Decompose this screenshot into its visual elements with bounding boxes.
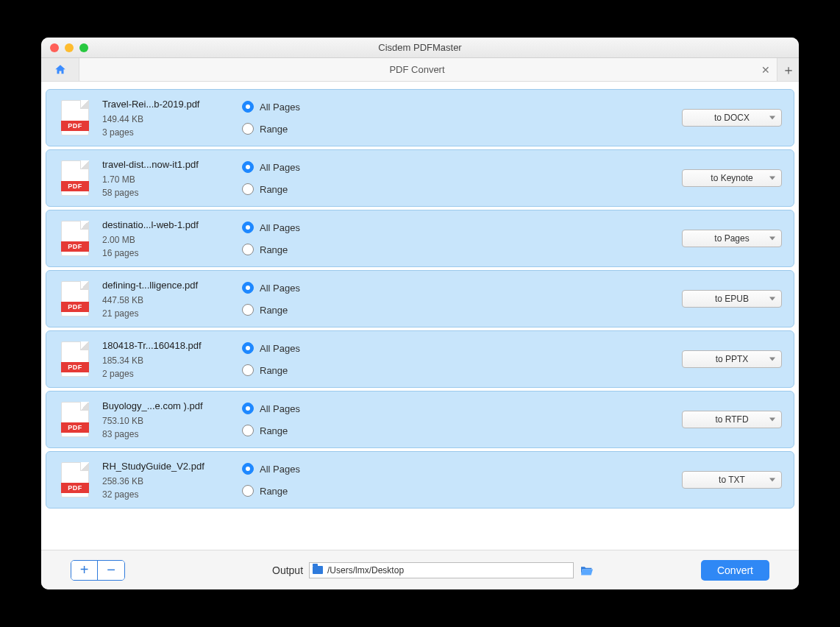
all-pages-radio[interactable]: All Pages [242, 222, 300, 233]
radio-indicator [242, 123, 254, 135]
range-radio[interactable]: Range [242, 183, 300, 195]
range-radio[interactable]: Range [242, 123, 300, 135]
all-pages-radio[interactable]: All Pages [242, 403, 300, 414]
file-size: 258.36 KB [102, 476, 235, 486]
file-name: Travel-Rei...b-2019.pdf [102, 99, 235, 110]
radio-label: All Pages [260, 283, 300, 294]
file-row[interactable]: PDF defining-t...lligence.pdf 447.58 KB … [46, 270, 794, 327]
page-range-group: All Pages Range [242, 161, 300, 195]
page-range-group: All Pages Range [242, 282, 300, 316]
pdf-badge: PDF [61, 422, 89, 433]
file-size: 753.10 KB [102, 416, 235, 426]
file-pages: 83 pages [102, 429, 235, 439]
file-info: travel-dist...now-it1.pdf 1.70 MB 58 pag… [102, 159, 235, 198]
radio-indicator [242, 304, 254, 316]
file-pages: 3 pages [102, 127, 235, 138]
radio-indicator [242, 364, 254, 376]
file-name: 180418-Tr...160418.pdf [102, 340, 235, 351]
page-range-group: All Pages Range [242, 342, 300, 376]
file-name: RH_StudyGuide_V2.pdf [102, 461, 235, 472]
add-file-button[interactable]: + [71, 561, 98, 580]
all-pages-radio[interactable]: All Pages [242, 463, 300, 475]
output-format-select[interactable]: to Keynote [682, 169, 782, 187]
file-name: destinatio...l-web-1.pdf [102, 219, 235, 230]
output-format-select[interactable]: to PPTX [682, 350, 782, 368]
pdf-icon: PDF [61, 221, 89, 256]
pdf-icon: PDF [61, 281, 89, 316]
tab-title: PDF Convert [79, 64, 755, 75]
file-size: 149.44 KB [102, 114, 235, 124]
file-row[interactable]: PDF travel-dist...now-it1.pdf 1.70 MB 58… [46, 149, 794, 207]
file-info: 180418-Tr...160418.pdf 185.34 KB 2 pages [102, 340, 235, 379]
file-info: RH_StudyGuide_V2.pdf 258.36 KB 32 pages [102, 461, 235, 500]
all-pages-radio[interactable]: All Pages [242, 101, 300, 113]
pdf-badge: PDF [61, 121, 89, 131]
pdf-icon: PDF [61, 100, 89, 135]
radio-label: Range [260, 305, 288, 316]
format-value: to PPTX [716, 354, 749, 364]
radio-label: All Pages [260, 102, 300, 113]
file-pages: 32 pages [102, 489, 235, 500]
add-tab-button[interactable]: ＋ [777, 58, 799, 81]
file-pages: 58 pages [102, 188, 235, 198]
format-value: to EPUB [715, 294, 749, 304]
file-row[interactable]: PDF 180418-Tr...160418.pdf 185.34 KB 2 p… [46, 330, 794, 388]
range-radio[interactable]: Range [242, 304, 300, 316]
file-row[interactable]: PDF destinatio...l-web-1.pdf 2.00 MB 16 … [46, 210, 794, 267]
range-radio[interactable]: Range [242, 485, 300, 497]
radio-label: Range [260, 244, 288, 255]
radio-indicator [242, 485, 254, 497]
file-info: defining-t...lligence.pdf 447.58 KB 21 p… [102, 280, 235, 319]
pdf-badge: PDF [61, 181, 89, 191]
file-pages: 21 pages [102, 308, 235, 319]
browse-output-button[interactable] [580, 564, 594, 576]
home-icon [53, 63, 68, 77]
all-pages-radio[interactable]: All Pages [242, 161, 300, 173]
file-row[interactable]: PDF Buyology_...e.com ).pdf 753.10 KB 83… [46, 391, 794, 448]
radio-label: All Pages [260, 162, 300, 173]
output-format-select[interactable]: to DOCX [682, 109, 782, 127]
all-pages-radio[interactable]: All Pages [242, 282, 300, 294]
pdf-badge: PDF [61, 483, 89, 493]
radio-indicator [242, 425, 254, 436]
all-pages-radio[interactable]: All Pages [242, 342, 300, 354]
output-format-select[interactable]: to TXT [682, 471, 782, 489]
file-pages: 2 pages [102, 369, 235, 379]
close-tab-button[interactable]: ✕ [755, 64, 777, 76]
remove-file-button[interactable]: − [98, 561, 124, 580]
minimize-window-button[interactable] [65, 43, 74, 52]
output-path-field[interactable]: /Users/lmx/Desktop [309, 562, 574, 578]
radio-label: All Pages [260, 343, 300, 354]
app-window: Cisdem PDFMaster PDF Convert ✕ ＋ PDF Tra… [41, 38, 799, 589]
file-info: Travel-Rei...b-2019.pdf 149.44 KB 3 page… [102, 99, 235, 138]
page-range-group: All Pages Range [242, 101, 300, 135]
file-info: Buyology_...e.com ).pdf 753.10 KB 83 pag… [102, 400, 235, 439]
range-radio[interactable]: Range [242, 364, 300, 376]
footer: + − Output /Users/lmx/Desktop Convert [41, 550, 799, 589]
close-window-button[interactable] [50, 43, 59, 52]
file-row[interactable]: PDF Travel-Rei...b-2019.pdf 149.44 KB 3 … [46, 89, 794, 146]
file-size: 2.00 MB [102, 235, 235, 245]
range-radio[interactable]: Range [242, 425, 300, 436]
format-value: to DOCX [714, 113, 750, 123]
output-format-select[interactable]: to EPUB [682, 290, 782, 308]
format-value: to Pages [714, 233, 749, 244]
radio-label: Range [260, 486, 288, 497]
range-radio[interactable]: Range [242, 244, 300, 255]
maximize-window-button[interactable] [79, 43, 88, 52]
toolbar: PDF Convert ✕ ＋ [41, 58, 799, 82]
pdf-icon: PDF [61, 462, 89, 497]
file-name: Buyology_...e.com ).pdf [102, 400, 235, 411]
file-row[interactable]: PDF RH_StudyGuide_V2.pdf 258.36 KB 32 pa… [46, 451, 794, 509]
pdf-icon: PDF [61, 341, 89, 377]
file-size: 447.58 KB [102, 295, 235, 305]
traffic-lights [41, 43, 88, 52]
home-button[interactable] [41, 58, 79, 81]
page-range-group: All Pages Range [242, 403, 300, 436]
convert-button[interactable]: Convert [701, 560, 769, 581]
output-format-select[interactable]: to Pages [682, 230, 782, 247]
radio-label: All Pages [260, 403, 300, 414]
pdf-badge: PDF [61, 362, 89, 372]
page-range-group: All Pages Range [242, 222, 300, 255]
output-format-select[interactable]: to RTFD [682, 411, 782, 428]
